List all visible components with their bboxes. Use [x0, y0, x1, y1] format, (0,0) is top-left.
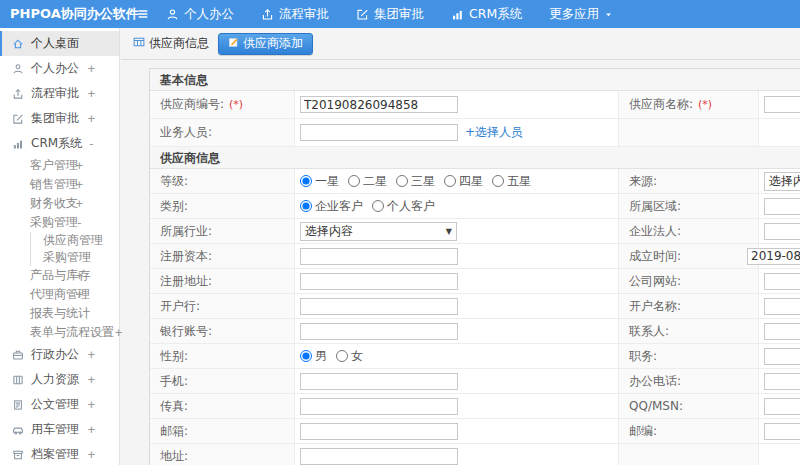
expand-sign[interactable]: + — [88, 112, 95, 126]
sidebar-item-vehicle-mgmt[interactable]: 用车管理 + — [0, 417, 119, 442]
nav-crm-system[interactable]: CRM系统 — [451, 6, 522, 23]
registered-address-input[interactable] — [300, 273, 458, 290]
bank-input[interactable] — [300, 298, 458, 315]
category-option-personal[interactable]: 个人客户 — [372, 198, 435, 215]
nav-group-approval[interactable]: 集团审批 — [356, 6, 424, 23]
account-name-label: 开户名称: — [619, 294, 759, 318]
sidebar-item-human-resources[interactable]: 人力资源 + — [0, 367, 119, 392]
sidebar-item-admin-office[interactable]: 行政办公 + — [0, 342, 119, 367]
required-mark: (*) — [698, 98, 712, 111]
sidebar-item-supplier-mgmt[interactable]: 供应商管理 — [30, 232, 119, 249]
level-option-5[interactable]: 五星 — [492, 173, 531, 190]
section-header-basic: 基本信息 — [150, 69, 800, 91]
expand-sign[interactable]: + — [76, 269, 83, 283]
expand-sign[interactable]: + — [88, 373, 95, 387]
gender-radio-male[interactable] — [300, 350, 312, 362]
sidebar-item-reports-stats[interactable]: 报表与统计 — [0, 304, 119, 323]
expand-sign[interactable]: + — [76, 197, 83, 211]
category-radio-personal[interactable] — [372, 200, 384, 212]
level-radio-3[interactable] — [396, 175, 408, 187]
supplier-code-input[interactable] — [300, 96, 458, 113]
tab-supplier-add[interactable]: 供应商添加 — [218, 33, 313, 55]
level-option-4[interactable]: 四星 — [444, 173, 483, 190]
sidebar-item-finance[interactable]: 财务收支 + — [0, 194, 119, 213]
level-option-1[interactable]: 一星 — [300, 173, 339, 190]
address-label: 地址: — [150, 444, 295, 465]
sidebar-item-archive-mgmt[interactable]: 档案管理 + — [0, 442, 119, 465]
sidebar-item-product-inventory[interactable]: 产品与库存 + — [0, 266, 119, 285]
expand-sign[interactable]: + — [76, 178, 83, 192]
form-row-mobile-officephone: 手机: 办公电话: — [150, 369, 800, 394]
expand-sign[interactable]: + — [88, 348, 95, 362]
sidebar-item-document-mgmt[interactable]: 公文管理 + — [0, 392, 119, 417]
registered-capital-input[interactable] — [300, 248, 458, 265]
office-phone-input[interactable] — [764, 373, 800, 390]
collapse-sign[interactable]: - — [88, 137, 95, 151]
archive-icon — [12, 449, 24, 461]
hamburger-menu-icon[interactable] — [136, 7, 150, 21]
expand-sign[interactable]: + — [88, 62, 95, 76]
fax-input[interactable] — [300, 398, 458, 415]
expand-sign[interactable]: + — [115, 326, 122, 340]
bank-account-input[interactable] — [300, 323, 458, 340]
level-radio-2[interactable] — [348, 175, 360, 187]
level-option-3[interactable]: 三星 — [396, 173, 435, 190]
qq-msn-input[interactable] — [764, 398, 800, 415]
industry-select[interactable]: 选择内容▼ — [300, 222, 457, 241]
sidebar-item-customer-mgmt[interactable]: 客户管理 + — [0, 156, 119, 175]
tab-supplier-info[interactable]: 供应商信息 — [133, 35, 209, 52]
business-person-input[interactable] — [300, 124, 458, 141]
sidebar-item-personal-office[interactable]: 个人办公 + — [0, 56, 119, 81]
address-input[interactable] — [300, 448, 458, 465]
contact-input[interactable] — [764, 323, 800, 340]
registered-capital-label: 注册资本: — [150, 244, 295, 268]
nav-more-apps[interactable]: 更多应用 — [549, 6, 613, 23]
level-radio-5[interactable] — [492, 175, 504, 187]
expand-sign[interactable]: + — [88, 398, 95, 412]
category-radio-company[interactable] — [300, 200, 312, 212]
collapse-sign[interactable]: - — [76, 216, 83, 230]
gender-option-male[interactable]: 男 — [300, 348, 327, 365]
source-select[interactable]: 选择内容▼ — [764, 172, 800, 191]
legal-person-label: 企业法人: — [619, 219, 759, 243]
fax-cell — [295, 394, 619, 418]
region-input[interactable] — [764, 198, 800, 215]
nav-personal-office[interactable]: 个人办公 — [166, 6, 234, 23]
category-option-company[interactable]: 企业客户 — [300, 198, 363, 215]
level-radio-4[interactable] — [444, 175, 456, 187]
website-input[interactable] — [764, 273, 800, 290]
email-input[interactable] — [300, 423, 458, 440]
gender-radio-female[interactable] — [336, 350, 348, 362]
expand-sign[interactable]: + — [76, 159, 83, 173]
established-date-input[interactable] — [747, 248, 800, 265]
sidebar-item-personal-desktop[interactable]: 个人桌面 — [0, 31, 119, 56]
sidebar-item-purchase-mgmt[interactable]: 采购管理 - — [0, 213, 119, 232]
section-header-supplier: 供应商信息 — [150, 147, 800, 169]
select-person-link[interactable]: +选择人员 — [465, 124, 523, 141]
expand-sign[interactable]: + — [88, 423, 95, 437]
expand-sign[interactable]: + — [88, 448, 95, 462]
account-name-input[interactable] — [764, 298, 800, 315]
sidebar-item-group-approval[interactable]: 集团审批 + — [0, 106, 119, 131]
legal-person-input[interactable] — [764, 223, 800, 240]
supplier-name-input[interactable] — [764, 96, 800, 113]
position-input[interactable] — [764, 348, 800, 365]
nav-workflow-approval[interactable]: 流程审批 — [261, 6, 329, 23]
sidebar-item-form-flow-settings[interactable]: 表单与流程设置 + — [0, 323, 119, 342]
expand-sign[interactable]: + — [88, 87, 95, 101]
sidebar-item-agent-mgmt[interactable]: 代理商管理 + — [0, 285, 119, 304]
sidebar-item-sales-mgmt[interactable]: 销售管理 + — [0, 175, 119, 194]
level-radio-1[interactable] — [300, 175, 312, 187]
sidebar-item-procurement-mgmt[interactable]: 采购管理 — [30, 249, 119, 266]
mobile-input[interactable] — [300, 373, 458, 390]
mobile-cell — [295, 369, 619, 393]
document-icon — [12, 399, 24, 411]
user-icon — [166, 8, 179, 21]
expand-sign[interactable]: + — [76, 288, 83, 302]
postcode-input[interactable] — [764, 423, 800, 440]
sidebar-item-workflow-approval[interactable]: 流程审批 + — [0, 81, 119, 106]
gender-option-female[interactable]: 女 — [336, 348, 363, 365]
edit-icon — [356, 8, 369, 21]
sidebar-item-crm-system[interactable]: CRM系统 - — [0, 131, 119, 156]
level-option-2[interactable]: 二星 — [348, 173, 387, 190]
